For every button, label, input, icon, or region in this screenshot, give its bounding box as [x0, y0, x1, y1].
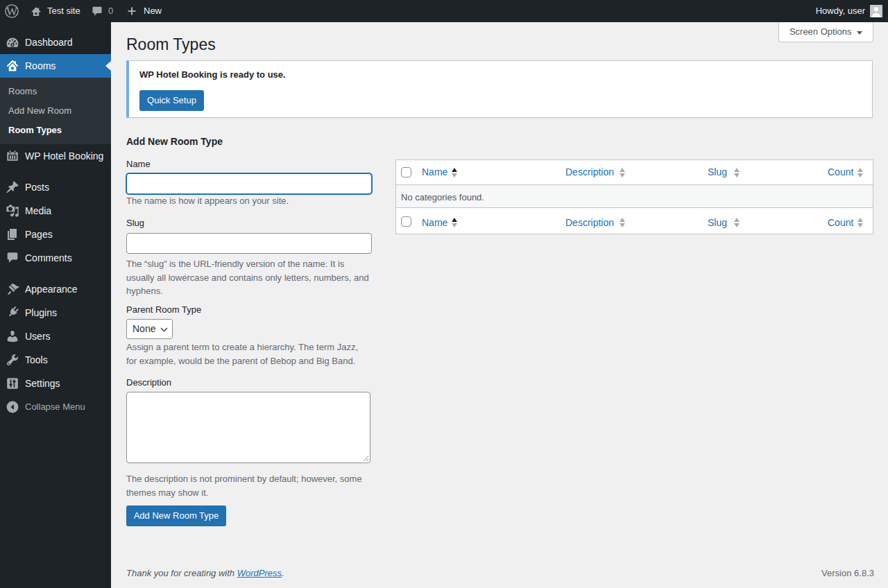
svg-text:W: W — [6, 5, 18, 18]
